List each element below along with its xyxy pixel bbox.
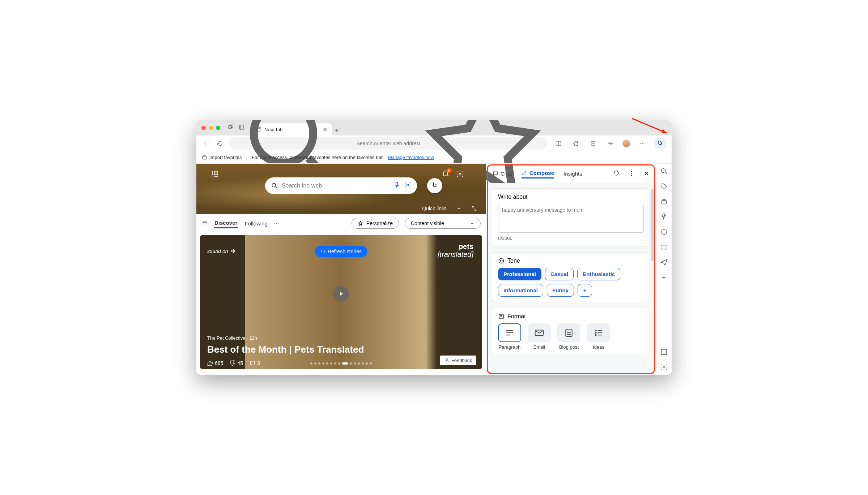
menu-icon[interactable]: ··· (637, 138, 648, 149)
tone-icon (498, 258, 505, 264)
reload-button[interactable] (214, 138, 225, 149)
maximize-window-button[interactable] (216, 126, 220, 130)
refresh-stories-button[interactable]: Refresh stories (315, 246, 367, 257)
import-favorites-button[interactable]: Import favorites (201, 155, 242, 160)
sidebar-rail: + (656, 164, 672, 375)
story-source: The Pet Collective · 22h (207, 335, 257, 341)
tone-chip-enthusiastic[interactable]: Enthusiastic (577, 268, 620, 280)
page-content: 5 Quick links Discover Following ··· (196, 164, 486, 375)
tone-card: Tone Professional Casual Enthusiastic In… (492, 252, 650, 302)
panel-refresh-icon[interactable] (613, 170, 620, 177)
story-pagination[interactable] (310, 362, 372, 365)
quick-links-label[interactable]: Quick links (422, 206, 447, 211)
rail-add-icon[interactable]: + (660, 274, 668, 281)
mic-icon[interactable] (393, 181, 400, 190)
svg-rect-44 (234, 361, 235, 363)
close-window-button[interactable] (201, 126, 206, 130)
ntp-search-input[interactable] (282, 182, 390, 189)
feed-more-icon[interactable]: ··· (274, 220, 279, 227)
ntp-settings-icon[interactable] (456, 170, 464, 180)
panel-tabs: Chat Compose Insights ⋮ ✕ (486, 164, 656, 183)
rail-games-icon[interactable] (660, 213, 668, 221)
profile-avatar[interactable] (622, 139, 630, 147)
expand-icon[interactable] (471, 206, 477, 211)
tone-chip-add[interactable]: + (578, 284, 592, 297)
split-screen-icon[interactable] (553, 138, 564, 149)
speaker-icon (230, 248, 236, 254)
address-bar[interactable] (229, 137, 547, 150)
bing-chat-bubble[interactable] (427, 178, 442, 193)
tone-chip-casual[interactable]: Casual (545, 268, 574, 280)
feed-menu-icon[interactable] (201, 219, 208, 227)
copilot-panel: Chat Compose Insights ⋮ ✕ (486, 164, 656, 375)
svg-point-25 (217, 174, 218, 175)
svg-point-33 (407, 184, 409, 186)
personalize-button[interactable]: Personalize (352, 218, 399, 229)
panel-tab-chat[interactable]: Chat (493, 169, 512, 178)
svg-point-47 (500, 260, 501, 261)
feed-tab-discover[interactable]: Discover (214, 218, 238, 228)
svg-point-23 (212, 174, 213, 175)
tone-chips: Professional Casual Enthusiastic Informa… (498, 268, 644, 297)
manage-favorites-link[interactable]: Manage favorites now (388, 155, 434, 160)
collections-icon[interactable] (588, 138, 599, 149)
rail-panel-icon[interactable] (660, 348, 668, 356)
back-button[interactable] (200, 138, 211, 149)
lens-icon[interactable] (404, 181, 411, 190)
rail-send-icon[interactable] (660, 258, 668, 266)
tone-chip-informational[interactable]: Informational (498, 284, 543, 297)
notifications-button[interactable]: 5 (442, 169, 450, 179)
tone-chip-professional[interactable]: Professional (498, 268, 541, 280)
like-button[interactable]: 685 (207, 360, 223, 366)
panel-close-icon[interactable]: ✕ (644, 169, 649, 177)
rail-search-icon[interactable] (660, 167, 668, 175)
svg-point-34 (459, 173, 461, 175)
address-input[interactable] (357, 141, 420, 146)
panel-tab-compose[interactable]: Compose (522, 168, 554, 178)
svg-point-21 (214, 171, 216, 172)
copilot-button[interactable] (654, 138, 666, 149)
sparkle-icon (358, 220, 363, 226)
format-blog-post[interactable]: Blog post (557, 323, 580, 350)
comment-button[interactable]: 3 (250, 360, 260, 366)
format-paragraph[interactable]: Paragraph (498, 323, 521, 350)
feedback-button[interactable]: Feedback (440, 356, 476, 365)
svg-point-26 (212, 176, 213, 177)
panel-more-icon[interactable]: ⋮ (629, 170, 634, 177)
panel-tab-insights[interactable]: Insights (563, 169, 582, 178)
svg-point-29 (272, 183, 276, 187)
blog-icon (563, 327, 574, 338)
ntp-search-box[interactable] (265, 177, 417, 194)
dislike-button[interactable]: 45 (230, 360, 243, 366)
svg-point-20 (212, 171, 213, 172)
rail-m365-icon[interactable] (660, 228, 668, 236)
tone-chip-funny[interactable]: Funny (547, 284, 574, 297)
chat-icon (493, 171, 498, 176)
rail-tools-icon[interactable] (660, 198, 668, 206)
svg-marker-41 (231, 249, 233, 253)
tone-heading: Tone (507, 258, 520, 264)
app-launcher-icon[interactable] (211, 170, 219, 180)
rail-shopping-icon[interactable] (660, 182, 668, 190)
write-about-heading: Write about (498, 194, 644, 200)
svg-point-45 (446, 358, 448, 360)
feed-tab-following[interactable]: Following (244, 219, 268, 228)
play-button[interactable] (333, 286, 349, 302)
rail-outlook-icon[interactable] (660, 243, 668, 251)
sound-toggle[interactable]: sound on (207, 248, 236, 254)
person-icon (444, 358, 449, 363)
favorites-icon[interactable] (570, 138, 581, 149)
scrollbar[interactable] (651, 189, 654, 261)
write-about-input[interactable] (498, 204, 644, 233)
svg-line-35 (472, 207, 474, 208)
content-visible-dropdown[interactable]: Content visible (405, 218, 481, 229)
format-email[interactable]: Email (528, 323, 551, 350)
health-icon[interactable] (605, 138, 616, 149)
rail-settings-icon[interactable] (660, 363, 668, 371)
chevron-down-icon[interactable] (456, 206, 462, 211)
tab-actions-icon[interactable] (227, 124, 234, 132)
svg-rect-19 (203, 156, 207, 159)
format-ideas[interactable]: Ideas (587, 323, 610, 350)
minimize-window-button[interactable] (209, 126, 213, 130)
story-card[interactable]: sound on Refresh stories pets [translate… (200, 235, 482, 369)
